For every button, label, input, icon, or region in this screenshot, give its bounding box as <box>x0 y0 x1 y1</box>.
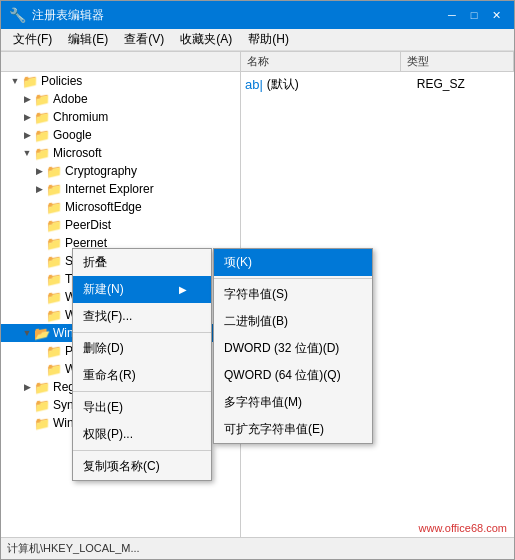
tree-label: Policies <box>41 74 82 88</box>
folder-icon: 📁 <box>22 74 38 89</box>
context-menu: 折叠 新建(N) ▶ 查找(F)... 删除(D) 重命名(R) <box>72 248 212 481</box>
ctx-item-rename[interactable]: 重命名(R) <box>73 362 211 389</box>
submenu-item-key[interactable]: 项(K) <box>214 249 372 276</box>
tree-item-adobe[interactable]: ▶ 📁 Adobe <box>1 90 240 108</box>
folder-icon: 📁 <box>34 398 50 413</box>
ctx-new-label: 新建(N) <box>83 281 124 298</box>
ctx-rename-label: 重命名(R) <box>83 367 136 384</box>
tree-label: Adobe <box>53 92 88 106</box>
folder-icon: 📁 <box>46 362 62 377</box>
tree-label: MicrosoftEdge <box>65 200 142 214</box>
menu-bar: 文件(F) 编辑(E) 查看(V) 收藏夹(A) 帮助(H) <box>1 29 514 51</box>
tree-label: Chromium <box>53 110 108 124</box>
folder-icon: 📁 <box>46 200 62 215</box>
window-controls: ─ □ ✕ <box>442 6 506 24</box>
close-button[interactable]: ✕ <box>486 6 506 24</box>
ctx-item-permissions[interactable]: 权限(P)... <box>73 421 211 448</box>
ctx-item-export[interactable]: 导出(E) <box>73 394 211 421</box>
reg-row-default[interactable]: ab| (默认) REG_SZ <box>241 74 514 94</box>
maximize-button[interactable]: □ <box>464 6 484 24</box>
tree-item-google[interactable]: ▶ 📁 Google <box>1 126 240 144</box>
ctx-item-new[interactable]: 新建(N) ▶ <box>73 276 211 303</box>
submenu-expandstring-label: 可扩充字符串值(E) <box>224 421 324 438</box>
ctx-item-find[interactable]: 查找(F)... <box>73 303 211 330</box>
submenu-item-qword[interactable]: QWORD (64 位值)(Q) <box>214 362 372 389</box>
reg-name-default: (默认) <box>267 76 417 93</box>
folder-icon: 📁 <box>46 182 62 197</box>
expand-icon <box>33 201 45 213</box>
tree-item-policies[interactable]: ▼ 📁 Policies <box>1 72 240 90</box>
expand-icon: ▶ <box>33 183 45 195</box>
reg-type-default: REG_SZ <box>417 77 510 91</box>
menu-edit[interactable]: 编辑(E) <box>60 29 116 50</box>
folder-icon: 📁 <box>34 416 50 431</box>
expand-icon <box>21 399 33 411</box>
expand-icon <box>33 219 45 231</box>
title-bar: 🔧 注册表编辑器 ─ □ ✕ <box>1 1 514 29</box>
expand-icon: ▶ <box>21 129 33 141</box>
folder-open-icon: 📂 <box>34 326 50 341</box>
expand-icon: ▶ <box>21 381 33 393</box>
tree-label: Google <box>53 128 92 142</box>
tree-item-internetexplorer[interactable]: ▶ 📁 Internet Explorer <box>1 180 240 198</box>
tree-item-microsoftedge[interactable]: 📁 MicrosoftEdge <box>1 198 240 216</box>
folder-icon: 📁 <box>46 272 62 287</box>
folder-icon: 📁 <box>46 164 62 179</box>
ctx-find-label: 查找(F)... <box>83 308 132 325</box>
menu-file[interactable]: 文件(F) <box>5 29 60 50</box>
ctx-item-fold[interactable]: 折叠 <box>73 249 211 276</box>
submenu-item-dword[interactable]: DWORD (32 位值)(D) <box>214 335 372 362</box>
menu-view[interactable]: 查看(V) <box>116 29 172 50</box>
expand-icon: ▶ <box>33 165 45 177</box>
tree-header <box>1 52 240 72</box>
ctx-item-delete[interactable]: 删除(D) <box>73 335 211 362</box>
submenu-string-label: 字符串值(S) <box>224 286 288 303</box>
submenu-item-string[interactable]: 字符串值(S) <box>214 281 372 308</box>
expand-icon <box>33 291 45 303</box>
folder-icon: 📁 <box>34 92 50 107</box>
menu-favorites[interactable]: 收藏夹(A) <box>172 29 240 50</box>
tree-label: PeerDist <box>65 218 111 232</box>
tree-item-microsoft[interactable]: ▼ 📁 Microsoft <box>1 144 240 162</box>
ctx-permissions-label: 权限(P)... <box>83 426 133 443</box>
col-type-header: 类型 <box>401 52 514 71</box>
expand-icon: ▶ <box>21 111 33 123</box>
expand-icon <box>33 273 45 285</box>
submenu-item-expandstring[interactable]: 可扩充字符串值(E) <box>214 416 372 443</box>
submenu-item-multistring[interactable]: 多字符串值(M) <box>214 389 372 416</box>
submenu-item-binary[interactable]: 二进制值(B) <box>214 308 372 335</box>
submenu-separator-1 <box>214 278 372 279</box>
tree-item-peerdist[interactable]: 📁 PeerDist <box>1 216 240 234</box>
expand-icon <box>33 309 45 321</box>
ctx-item-copyname[interactable]: 复制项名称(C) <box>73 453 211 480</box>
window-title: 注册表编辑器 <box>32 7 442 24</box>
expand-icon: ▼ <box>21 327 33 339</box>
submenu-dword-label: DWORD (32 位值)(D) <box>224 340 339 357</box>
submenu-multistring-label: 多字符串值(M) <box>224 394 302 411</box>
expand-icon <box>21 417 33 429</box>
tree-label: Microsoft <box>53 146 102 160</box>
right-pane-header: 名称 类型 <box>241 52 514 72</box>
folder-icon: 📁 <box>46 236 62 251</box>
expand-icon <box>33 363 45 375</box>
ctx-separator-2 <box>73 391 211 392</box>
submenu-key-label: 项(K) <box>224 254 252 271</box>
ctx-export-label: 导出(E) <box>83 399 123 416</box>
expand-icon <box>33 255 45 267</box>
ctx-separator-1 <box>73 332 211 333</box>
registry-editor-window: 🔧 注册表编辑器 ─ □ ✕ 文件(F) 编辑(E) 查看(V) 收藏夹(A) … <box>0 0 515 560</box>
folder-icon: 📁 <box>34 128 50 143</box>
submenu-qword-label: QWORD (64 位值)(Q) <box>224 367 341 384</box>
menu-help[interactable]: 帮助(H) <box>240 29 297 50</box>
folder-icon: 📁 <box>46 344 62 359</box>
ctx-delete-label: 删除(D) <box>83 340 124 357</box>
expand-icon: ▶ <box>21 93 33 105</box>
minimize-button[interactable]: ─ <box>442 6 462 24</box>
tree-item-cryptography[interactable]: ▶ 📁 Cryptography <box>1 162 240 180</box>
status-bar: 计算机\HKEY_LOCAL_M... <box>1 537 514 559</box>
tree-item-chromium[interactable]: ▶ 📁 Chromium <box>1 108 240 126</box>
folder-icon: 📁 <box>46 218 62 233</box>
ctx-fold-label: 折叠 <box>83 254 107 271</box>
tree-label: Internet Explorer <box>65 182 154 196</box>
folder-icon: 📁 <box>34 146 50 161</box>
